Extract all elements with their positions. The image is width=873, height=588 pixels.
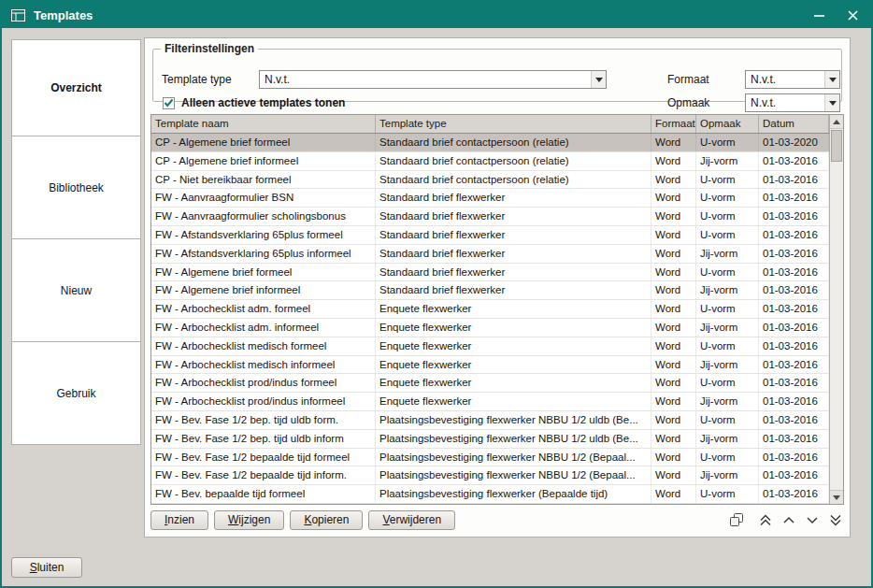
active-templates-checkbox[interactable]: Alleen actieve templates tonen [163, 96, 345, 109]
table-cell: Plaatsingsbevestiging flexwerker NBBU 1/… [376, 449, 651, 466]
verwijderen-button[interactable]: Verwijderen [368, 510, 455, 530]
table-row[interactable]: FW - Arbochecklist prod/indus formeelEnq… [151, 374, 829, 393]
table-cell: FW - Arbochecklist medisch formeel [151, 337, 376, 355]
column-header-template-type[interactable]: Template type [376, 115, 651, 133]
table-cell: Word [651, 466, 696, 484]
table-row[interactable]: FW - Bev. Fase 1/2 bep. tijd uldb inform… [151, 430, 829, 449]
templates-window: Templates Overzicht Bibliotheek Nieuw Ge… [0, 0, 873, 588]
sidebar-item-nieuw[interactable]: Nieuw [11, 239, 141, 342]
table-row[interactable]: FW - Bev. Fase 1/2 bepaalde tijd formeel… [151, 449, 829, 467]
table-cell: Enquete flexwerker [376, 319, 651, 337]
verwijderen-button-label: Verwijderen [382, 513, 441, 526]
opmaak-value: N.v.t. [746, 96, 824, 109]
table-cell: Word [651, 152, 696, 170]
table-cell: 01-03-2016 [759, 337, 829, 355]
table-row[interactable]: CP - Algemene brief formeelStandaard bri… [151, 134, 829, 152]
table-cell: Word [651, 171, 696, 189]
table-row[interactable]: FW - Algemene brief informeelStandaard b… [151, 281, 829, 300]
double-chevron-down-icon [829, 514, 842, 526]
table-cell: Jij-vorm [696, 393, 759, 410]
table-cell: 01-03-2016 [759, 226, 829, 244]
table-row[interactable]: FW - Arbochecklist prod/indus informeelE… [151, 393, 829, 411]
table-cell: 01-03-2016 [759, 374, 829, 392]
table-cell: Jij-vorm [696, 245, 759, 263]
column-header-template-naam[interactable]: Template naam [151, 115, 376, 133]
jump-first-button[interactable] [757, 511, 774, 528]
table-row[interactable]: FW - Afstandsverklaring 65plus informeel… [151, 245, 829, 264]
table-row[interactable]: CP - Algemene brief informeelStandaard b… [151, 152, 829, 171]
minimize-button[interactable] [811, 7, 826, 22]
chevron-down-icon [824, 94, 839, 111]
table-cell: Plaatsingsbevestiging flexwerker (Bepaal… [376, 485, 651, 503]
table-row[interactable]: FW - Bev. bepaalde tijd formeelPlaatsing… [151, 485, 829, 504]
table-cell: Word [651, 264, 696, 281]
table-cell: FW - Algemene brief informeel [151, 281, 376, 299]
table-cell: Standaard brief flexwerker [376, 189, 651, 207]
triangle-down-icon [833, 495, 840, 500]
sidebar-item-overzicht[interactable]: Overzicht [11, 39, 141, 136]
column-header-datum[interactable]: Datum [759, 115, 829, 133]
table-cell: Jij-vorm [696, 356, 759, 374]
sidebar-item-gebruik[interactable]: Gebruik [11, 342, 141, 445]
table-cell: FW - Bev. Fase 1/2 bep. tijd uldb form. [151, 411, 376, 429]
kopieren-button[interactable]: Kopieren [290, 510, 363, 530]
table-row[interactable]: FW - Arbochecklist adm. formeelEnquete f… [151, 300, 829, 319]
table-cell: U-vorm [696, 226, 759, 244]
scrollbar-thumb[interactable] [831, 130, 842, 162]
jump-last-button[interactable] [827, 511, 844, 528]
vertical-scrollbar[interactable] [829, 115, 843, 504]
triangle-up-icon [833, 120, 840, 124]
inzien-button[interactable]: Inzien [150, 510, 208, 530]
sluiten-button[interactable]: Sluiten [11, 557, 82, 578]
actions-row: Inzien Wijzigen Kopieren Verwijderen [150, 509, 844, 531]
close-button[interactable] [845, 7, 860, 22]
chevron-down-icon [806, 514, 819, 526]
filter-group-legend: Filterinstellingen [161, 42, 258, 55]
table-cell: Word [651, 189, 696, 207]
scroll-down-button[interactable] [830, 490, 843, 504]
next-record-button[interactable] [804, 511, 821, 528]
column-header-formaat[interactable]: Formaat [651, 115, 696, 133]
table-row[interactable]: FW - Arbochecklist medisch formeelEnquet… [151, 337, 829, 356]
table-row[interactable]: CP - Niet bereikbaar formeelStandaard br… [151, 171, 829, 190]
table-row[interactable]: FW - Aanvraagformulier scholingsbonusSta… [151, 208, 829, 226]
formaat-select[interactable]: N.v.t. [745, 70, 840, 89]
table-cell: Word [651, 374, 696, 392]
table-cell: Jij-vorm [696, 319, 759, 337]
template-type-select[interactable]: N.v.t. [259, 70, 607, 89]
table-cell: Word [651, 319, 696, 337]
formaat-label: Formaat [667, 70, 709, 89]
table-cell: Enquete flexwerker [376, 337, 651, 355]
table-row[interactable]: FW - Bev. Fase 1/2 bepaalde tijd inform.… [151, 466, 829, 485]
table-cell: 01-03-2016 [759, 264, 829, 281]
table-cell: U-vorm [696, 171, 759, 189]
table-row[interactable]: FW - Aanvraagformulier BSNStandaard brie… [151, 189, 829, 208]
table-row[interactable]: FW - Arbochecklist adm. informeelEnquete… [151, 319, 829, 337]
table-cell: 01-03-2016 [759, 319, 829, 337]
table-header: Template naam Template type Formaat Opma… [151, 115, 829, 134]
table-cell: 01-03-2016 [759, 430, 829, 448]
opmaak-select[interactable]: N.v.t. [745, 93, 840, 112]
sidebar-item-bibliotheek[interactable]: Bibliotheek [11, 136, 141, 239]
scroll-up-button[interactable] [830, 115, 843, 129]
table-row[interactable]: FW - Algemene brief formeelStandaard bri… [151, 264, 829, 282]
double-chevron-up-icon [759, 514, 772, 526]
sidebar: Overzicht Bibliotheek Nieuw Gebruik [11, 39, 141, 445]
table-cell: Word [651, 245, 696, 263]
table-row[interactable]: FW - Bev. Fase 1/2 bep. tijd uldb form.P… [151, 411, 829, 430]
titlebar: Templates [2, 2, 871, 28]
table-row[interactable]: FW - Arbochecklist medisch informeelEnqu… [151, 356, 829, 375]
wijzigen-button[interactable]: Wijzigen [214, 510, 284, 530]
chevron-up-icon [782, 514, 795, 526]
table-cell: Jij-vorm [696, 152, 759, 170]
table-cell: Word [651, 393, 696, 410]
table-row[interactable]: FW - Afstandsverklaring 65plus formeelSt… [151, 226, 829, 245]
prev-record-button[interactable] [780, 511, 797, 528]
table-cell: Standaard brief flexwerker [376, 245, 651, 263]
table-cell: FW - Bev. Fase 1/2 bepaalde tijd formeel [151, 449, 376, 466]
main-panel: Filterinstellingen Template type N.v.t. … [144, 37, 851, 538]
table-cell: FW - Arbochecklist prod/indus informeel [151, 393, 376, 410]
copy-icon[interactable] [728, 511, 745, 528]
table-cell: Standaard brief contactpersoon (relatie) [376, 152, 651, 170]
column-header-opmaak[interactable]: Opmaak [696, 115, 759, 133]
